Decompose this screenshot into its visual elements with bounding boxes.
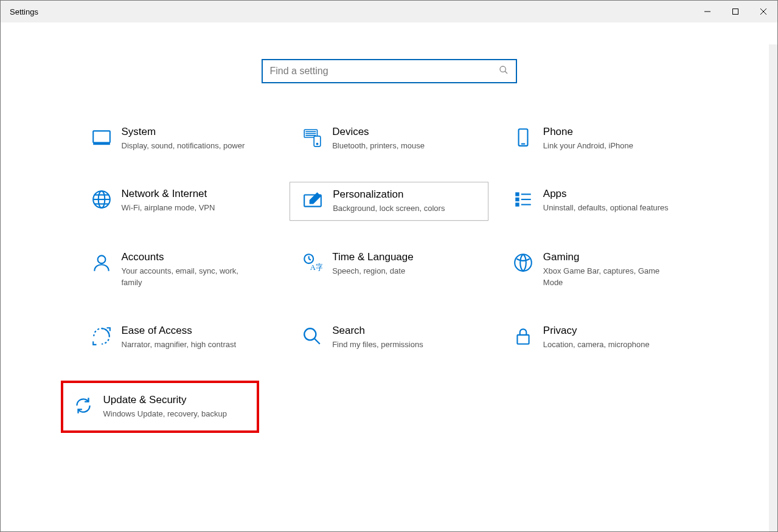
svg-point-13: [317, 143, 318, 145]
svg-point-28: [97, 256, 105, 264]
tile-title: Update & Security: [103, 394, 227, 406]
person-icon: [86, 251, 117, 275]
tile-title: Ease of Access: [122, 325, 237, 337]
tile-ease-of-access[interactable]: Ease of Access Narrator, magnifier, high…: [79, 319, 278, 356]
svg-line-35: [314, 339, 320, 344]
svg-rect-6: [93, 131, 110, 142]
tile-desc: Speech, region, date: [332, 266, 414, 277]
svg-line-5: [505, 71, 507, 74]
svg-line-31: [309, 259, 311, 260]
svg-rect-36: [517, 335, 529, 344]
gaming-icon: [508, 251, 538, 275]
tile-title: Search: [332, 325, 423, 337]
minimize-button[interactable]: [693, 1, 721, 22]
tile-desc: Uninstall, defaults, optional features: [543, 202, 669, 213]
settings-grid: System Display, sound, notifications, po…: [79, 120, 700, 433]
system-icon: [86, 126, 117, 150]
tile-devices[interactable]: Devices Bluetooth, printers, mouse: [290, 120, 488, 157]
tile-title: Privacy: [543, 325, 650, 337]
tile-title: Network & Internet: [122, 188, 215, 200]
settings-window: Settings: [0, 0, 778, 532]
close-button[interactable]: [749, 1, 777, 22]
svg-point-33: [515, 255, 532, 272]
tile-desc: Xbox Game Bar, captures, Game Mode: [543, 266, 672, 288]
phone-icon: [508, 126, 538, 150]
tile-desc: Link your Android, iPhone: [543, 140, 633, 151]
tile-accounts[interactable]: Accounts Your accounts, email, sync, wor…: [79, 245, 278, 294]
tile-title: Gaming: [543, 251, 672, 263]
tile-update-security[interactable]: Update & Security Windows Update, recove…: [61, 381, 260, 433]
svg-point-4: [500, 66, 505, 72]
devices-icon: [297, 126, 327, 150]
ease-of-access-icon: [86, 325, 117, 349]
tile-network[interactable]: Network & Internet Wi-Fi, airplane mode,…: [79, 182, 278, 221]
personalization-icon: [297, 188, 328, 213]
svg-point-34: [304, 328, 316, 340]
search-input[interactable]: [270, 66, 499, 77]
search-icon: [499, 65, 509, 77]
tile-title: Accounts: [122, 251, 251, 263]
tile-desc: Wi-Fi, airplane mode, VPN: [122, 202, 215, 213]
scrollbar[interactable]: [769, 44, 777, 531]
tile-phone[interactable]: Phone Link your Android, iPhone: [501, 120, 700, 157]
tile-personalization[interactable]: Personalization Background, lock screen,…: [290, 182, 488, 221]
search-container: [1, 59, 777, 83]
titlebar: Settings: [1, 1, 777, 22]
lock-icon: [508, 325, 538, 349]
tile-desc: Location, camera, microphone: [543, 339, 650, 350]
time-language-icon: A字: [297, 251, 327, 275]
content-area: System Display, sound, notifications, po…: [1, 22, 777, 510]
tile-desc: Display, sound, notifications, power: [122, 140, 245, 151]
window-title: Settings: [1, 7, 38, 16]
tile-desc: Background, lock screen, colors: [333, 203, 445, 214]
tile-title: Phone: [543, 126, 633, 138]
svg-rect-1: [733, 9, 738, 15]
tile-system[interactable]: System Display, sound, notifications, po…: [79, 120, 278, 157]
tile-desc: Find my files, permissions: [332, 339, 423, 350]
tile-desc: Windows Update, recovery, backup: [103, 409, 227, 420]
apps-icon: [508, 188, 538, 212]
tile-title: Time & Language: [332, 251, 414, 263]
tile-desc: Your accounts, email, sync, work, family: [122, 266, 251, 288]
tile-privacy[interactable]: Privacy Location, camera, microphone: [501, 319, 700, 356]
tile-title: Apps: [543, 188, 669, 200]
tile-gaming[interactable]: Gaming Xbox Game Bar, captures, Game Mod…: [501, 245, 700, 294]
svg-text:A字: A字: [310, 263, 322, 272]
tile-title: System: [122, 126, 245, 138]
search-box[interactable]: [262, 59, 517, 83]
svg-rect-22: [516, 193, 518, 196]
tile-desc: Narrator, magnifier, high contrast: [122, 339, 237, 350]
window-buttons: [693, 1, 777, 22]
globe-icon: [86, 188, 117, 212]
svg-rect-23: [516, 198, 518, 201]
tile-title: Devices: [332, 126, 425, 138]
tile-desc: Bluetooth, printers, mouse: [332, 140, 425, 151]
update-icon: [68, 394, 99, 418]
svg-rect-24: [516, 204, 518, 206]
magnifier-icon: [297, 325, 327, 349]
maximize-button[interactable]: [721, 1, 749, 22]
tile-title: Personalization: [333, 188, 445, 201]
tile-search[interactable]: Search Find my files, permissions: [290, 319, 488, 356]
tile-time-language[interactable]: A字 Time & Language Speech, region, date: [290, 245, 488, 294]
tile-apps[interactable]: Apps Uninstall, defaults, optional featu…: [501, 182, 700, 221]
